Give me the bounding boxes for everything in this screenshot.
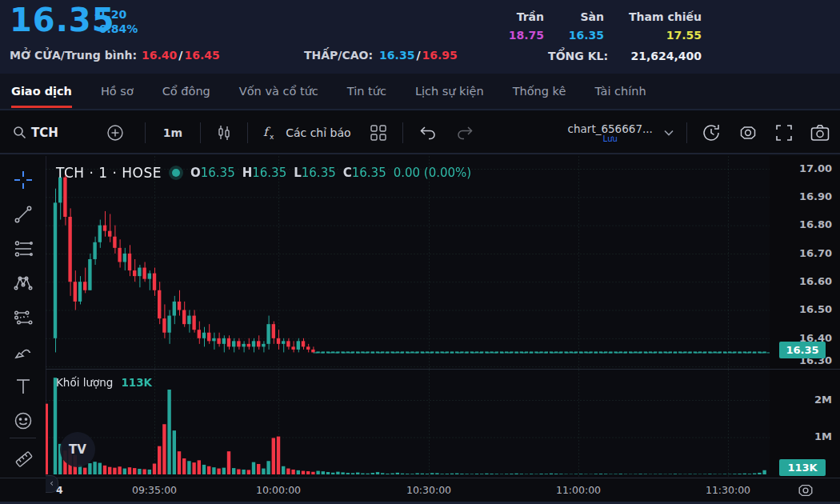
layout-grid-button[interactable] bbox=[370, 125, 386, 141]
tab-von-va-co-tuc[interactable]: Vốn và cổ tức bbox=[239, 74, 318, 109]
interval-button[interactable]: 1m bbox=[163, 126, 182, 139]
price-axis-label: 16.80 bbox=[799, 218, 832, 230]
tab-thong-ke[interactable]: Thống kê bbox=[513, 74, 566, 109]
volume-axis[interactable]: 2M 1M 113K bbox=[770, 370, 840, 478]
last-volume-badge: 113K bbox=[779, 459, 826, 476]
total-volume-label: TỔNG KL: bbox=[528, 50, 608, 62]
total-volume-value: 21,624,400 bbox=[622, 50, 702, 62]
drawing-toolbar bbox=[0, 156, 46, 504]
volume-axis-label: 1M bbox=[814, 430, 832, 442]
price-axis-label: 16.90 bbox=[799, 190, 832, 202]
legend-change: 0.00 (0.00%) bbox=[394, 166, 472, 180]
tab-giao-dich[interactable]: Giao dịch bbox=[11, 74, 72, 109]
section-tab-bar: Giao dịch Hồ sơ Cổ đông Vốn và cổ tức Ti… bbox=[0, 74, 840, 110]
snapshot-button[interactable] bbox=[810, 124, 830, 142]
open-avg-label: MỞ CỬA/Trung bình: bbox=[10, 49, 137, 62]
search-icon bbox=[13, 126, 26, 139]
chart-style-button[interactable] bbox=[215, 124, 233, 142]
save-label[interactable]: Lưu bbox=[603, 134, 618, 143]
tab-tai-chinh[interactable]: Tài chính bbox=[594, 74, 646, 109]
chart-legend[interactable]: TCH · 1 · HOSE O16.35 H16.35 L16.35 C16.… bbox=[56, 165, 471, 181]
symbol-search-button[interactable]: TCH bbox=[13, 126, 58, 140]
time-axis-label: 11:30:00 bbox=[706, 484, 750, 496]
legend-c-label: C bbox=[343, 166, 352, 180]
quote-header: 16.35 -1.20 -6.84% MỞ CỬA/Trung bình: 16… bbox=[0, 0, 840, 74]
volume-value: 113K bbox=[121, 376, 152, 389]
legend-l-value: 16.35 bbox=[302, 166, 336, 180]
chart-settings-button[interactable] bbox=[738, 123, 758, 142]
price-axis-label: 16.70 bbox=[799, 247, 832, 259]
indicators-button[interactable]: fx Các chỉ báo bbox=[262, 125, 350, 141]
fullscreen-icon bbox=[775, 124, 793, 142]
volume-label: Khối lượng bbox=[56, 376, 113, 389]
gear-icon bbox=[738, 123, 758, 142]
legend-h-label: H bbox=[242, 166, 253, 180]
brush-tool[interactable] bbox=[14, 342, 33, 362]
camera-icon bbox=[810, 124, 830, 142]
time-axis-settings-gear-icon[interactable] bbox=[797, 482, 814, 502]
floor-value: 16.35 bbox=[556, 29, 604, 42]
indicators-label: Các chỉ báo bbox=[286, 126, 350, 139]
legend-o-label: O bbox=[190, 166, 201, 180]
tab-tin-tuc[interactable]: Tin tức bbox=[347, 74, 386, 109]
tradingview-logo[interactable]: TV bbox=[60, 432, 95, 467]
price-change: -1.20 bbox=[94, 8, 126, 21]
volume-axis-label: 2M bbox=[814, 394, 832, 406]
trend-line-tool[interactable] bbox=[14, 205, 33, 224]
crosshair-tool[interactable] bbox=[14, 170, 33, 190]
volume-chart-canvas[interactable] bbox=[46, 370, 770, 478]
grid-layout-icon bbox=[370, 125, 386, 141]
price-axis[interactable]: 17.00 16.90 16.80 16.70 16.60 16.50 16.4… bbox=[770, 156, 840, 369]
redo-icon bbox=[456, 126, 474, 140]
chart-toolbar: TCH 1m fx Các chỉ báo bbox=[0, 112, 840, 154]
low-value: 16.35 bbox=[379, 49, 414, 62]
prediction-tool[interactable] bbox=[14, 308, 33, 327]
slash2: / bbox=[416, 49, 420, 62]
slash: / bbox=[178, 49, 182, 62]
legend-l-label: L bbox=[294, 166, 302, 180]
interval-value: 1m bbox=[163, 126, 182, 139]
reference-value: 17.55 bbox=[622, 29, 702, 42]
time-axis-label: 10:30:00 bbox=[406, 484, 451, 496]
load-layout-button[interactable] bbox=[702, 123, 721, 142]
text-tool[interactable] bbox=[14, 377, 33, 396]
chart-layout-dropdown[interactable] bbox=[664, 130, 674, 136]
chart-layout-name: chart_656667... bbox=[568, 122, 653, 135]
undo-button[interactable] bbox=[419, 126, 437, 140]
fib-retracement-tool[interactable] bbox=[14, 239, 33, 258]
legend-symbol: TCH · 1 · HOSE bbox=[56, 165, 162, 181]
time-axis[interactable]: 4 09:35:00 10:00:00 10:30:00 11:00:00 11… bbox=[0, 478, 840, 502]
price-axis-label: 17.00 bbox=[799, 162, 832, 174]
price-axis-label: 16.60 bbox=[799, 275, 832, 287]
chevron-down-icon bbox=[664, 130, 674, 136]
tab-co-dong[interactable]: Cổ đông bbox=[162, 74, 210, 109]
pane-divider[interactable] bbox=[46, 369, 840, 370]
legend-c-value: 16.35 bbox=[352, 166, 386, 180]
chart-layout-name-button[interactable]: chart_656667... Lưu bbox=[568, 122, 653, 143]
price-chart-canvas[interactable] bbox=[46, 156, 770, 369]
tradingview-logo-text: TV bbox=[69, 442, 86, 457]
tab-lich-su-kien[interactable]: Lịch sự kiện bbox=[415, 74, 484, 109]
redo-button[interactable] bbox=[456, 126, 474, 140]
open-avg-row: MỞ CỬA/Trung bình: 16.40/16.45 bbox=[10, 49, 220, 62]
compare-add-button[interactable] bbox=[106, 124, 124, 142]
ceiling-label: Trần bbox=[488, 10, 544, 23]
low-high-label: THẤP/CAO: bbox=[304, 49, 373, 62]
toolbar-collapse-handle[interactable]: ‹ bbox=[46, 475, 58, 493]
measure-ruler-tool[interactable] bbox=[14, 449, 33, 468]
avg-value: 16.45 bbox=[184, 49, 219, 62]
legend-o-value: 16.35 bbox=[201, 166, 235, 180]
emoji-tool[interactable] bbox=[14, 411, 33, 430]
plus-circle-icon bbox=[106, 124, 124, 142]
time-axis-label: 11:00:00 bbox=[556, 484, 601, 496]
price-change-pct: -6.84% bbox=[94, 22, 138, 35]
volume-legend[interactable]: Khối lượng 113K bbox=[56, 376, 152, 389]
tab-ho-so[interactable]: Hồ sơ bbox=[101, 74, 134, 109]
low-high-row: THẤP/CAO: 16.35/16.95 bbox=[304, 49, 458, 62]
legend-h-value: 16.35 bbox=[252, 166, 286, 180]
clock-reload-icon bbox=[702, 123, 721, 142]
time-axis-label: 09:35:00 bbox=[132, 484, 177, 496]
time-axis-label: 10:00:00 bbox=[256, 484, 301, 496]
fullscreen-button[interactable] bbox=[775, 124, 793, 142]
xabcd-pattern-tool[interactable] bbox=[14, 274, 33, 293]
